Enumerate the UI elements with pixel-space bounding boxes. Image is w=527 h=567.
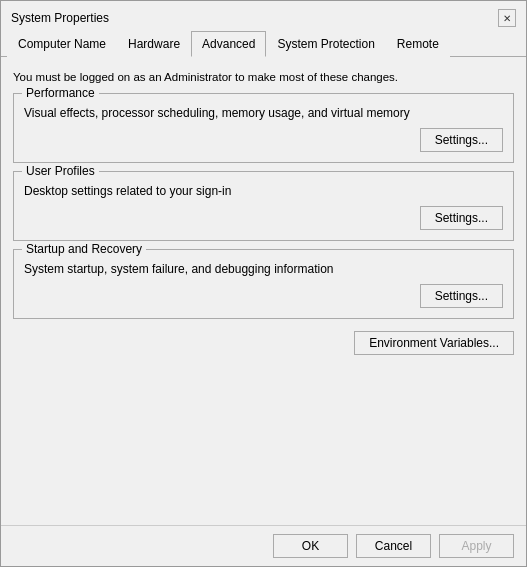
user-profiles-group: User Profiles Desktop settings related t… bbox=[13, 171, 514, 241]
close-button[interactable]: ✕ bbox=[498, 9, 516, 27]
tab-system-protection[interactable]: System Protection bbox=[266, 31, 385, 57]
env-variables-row: Environment Variables... bbox=[13, 331, 514, 355]
startup-recovery-group-title: Startup and Recovery bbox=[22, 242, 146, 256]
ok-button[interactable]: OK bbox=[273, 534, 348, 558]
tab-advanced[interactable]: Advanced bbox=[191, 31, 266, 57]
user-profiles-settings-button[interactable]: Settings... bbox=[420, 206, 503, 230]
bottom-button-bar: OK Cancel Apply bbox=[1, 525, 526, 566]
environment-variables-button[interactable]: Environment Variables... bbox=[354, 331, 514, 355]
performance-description: Visual effects, processor scheduling, me… bbox=[24, 106, 503, 120]
tab-hardware[interactable]: Hardware bbox=[117, 31, 191, 57]
admin-notice: You must be logged on as an Administrato… bbox=[13, 67, 514, 85]
startup-recovery-group: Startup and Recovery System startup, sys… bbox=[13, 249, 514, 319]
performance-footer: Settings... bbox=[24, 128, 503, 152]
tab-computer-name[interactable]: Computer Name bbox=[7, 31, 117, 57]
tab-remote[interactable]: Remote bbox=[386, 31, 450, 57]
user-profiles-description: Desktop settings related to your sign-in bbox=[24, 184, 503, 198]
title-bar: System Properties ✕ bbox=[1, 1, 526, 31]
startup-recovery-settings-button[interactable]: Settings... bbox=[420, 284, 503, 308]
window-title: System Properties bbox=[11, 11, 109, 25]
performance-group-title: Performance bbox=[22, 86, 99, 100]
tab-content: You must be logged on as an Administrato… bbox=[1, 57, 526, 525]
performance-group: Performance Visual effects, processor sc… bbox=[13, 93, 514, 163]
user-profiles-footer: Settings... bbox=[24, 206, 503, 230]
startup-recovery-description: System startup, system failure, and debu… bbox=[24, 262, 503, 276]
performance-settings-button[interactable]: Settings... bbox=[420, 128, 503, 152]
system-properties-window: System Properties ✕ Computer Name Hardwa… bbox=[0, 0, 527, 567]
apply-button[interactable]: Apply bbox=[439, 534, 514, 558]
startup-recovery-footer: Settings... bbox=[24, 284, 503, 308]
user-profiles-group-title: User Profiles bbox=[22, 164, 99, 178]
tab-bar: Computer Name Hardware Advanced System P… bbox=[1, 31, 526, 57]
cancel-button[interactable]: Cancel bbox=[356, 534, 431, 558]
